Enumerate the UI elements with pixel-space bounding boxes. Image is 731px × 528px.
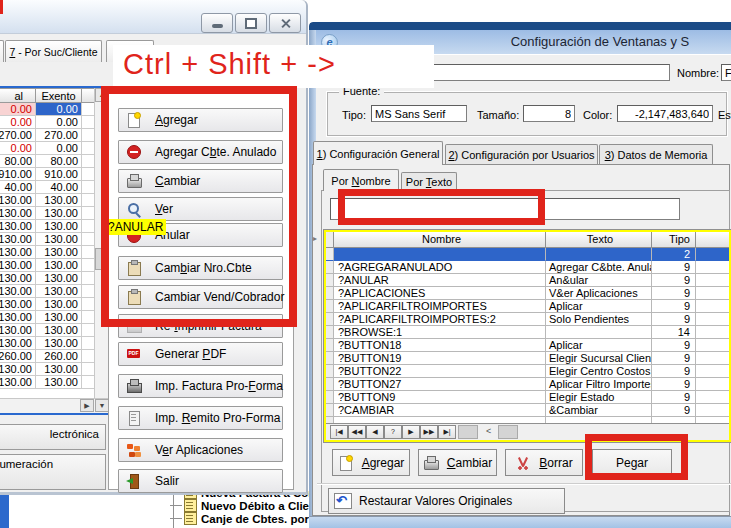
- tab-3[interactable]: 3) Datos de Memoria: [599, 144, 713, 164]
- texto-cell: Elegir Centro Costos: [546, 365, 652, 378]
- controls-grid-row[interactable]: 2: [326, 248, 729, 261]
- controls-grid-header: Nombre Texto Tipo: [326, 232, 729, 248]
- menu-item-label: Imp. Factura Pro-Forma: [155, 379, 283, 393]
- navigator-scroll-thumb[interactable]: [458, 425, 478, 439]
- total-cell: 40.00: [0, 181, 36, 194]
- controls-grid-row[interactable]: ?BUTTON9Elegir Estado9: [326, 391, 729, 404]
- extra-cell: [696, 339, 731, 352]
- exento-cell: 130.00: [36, 311, 82, 324]
- left-tab-1[interactable]: 7 - Por Suc/Cliente: [5, 40, 102, 62]
- row-gutter: [326, 261, 334, 274]
- exento-cell: 0.00: [36, 116, 82, 129]
- row-gutter: [326, 300, 334, 313]
- minimize-button[interactable]: [201, 13, 233, 33]
- estilo-label: Estil: [718, 109, 731, 121]
- navigator-button-1[interactable]: |◀: [330, 425, 348, 439]
- row-gutter: [326, 404, 334, 417]
- column-header-exento[interactable]: Exento: [36, 88, 82, 103]
- controls-grid-row[interactable]: ?BROWSE:114: [326, 326, 729, 339]
- printer-icon: [423, 455, 439, 471]
- close-button[interactable]: [269, 13, 301, 33]
- navigator-scroll-block[interactable]: [498, 425, 518, 439]
- subtab-label: Por Texto: [406, 176, 452, 188]
- color-input[interactable]: [617, 105, 713, 122]
- total-cell: 130.00: [0, 285, 36, 298]
- horizontal-scrollbar[interactable]: ▶ ▼: [0, 398, 110, 413]
- total-cell: 130.00: [0, 324, 36, 337]
- nombre-cell: ?BUTTON18: [334, 339, 546, 352]
- exento-cell: 130.00: [36, 246, 82, 259]
- cambiar-button[interactable]: Cambiar: [418, 449, 497, 476]
- controls-grid-row[interactable]: ?APLICARFILTROIMPORTESAplicar9: [326, 300, 729, 313]
- menu-item-imp-factura-pro-forma[interactable]: Imp. Factura Pro-Forma: [118, 374, 283, 398]
- left-bottom-button-1[interactable]: lectrónica: [0, 424, 106, 450]
- row-gutter: [326, 287, 334, 300]
- total-cell: 130.00: [0, 259, 36, 272]
- navigator-button-3[interactable]: ◀: [366, 425, 384, 439]
- red-annotation-box-menu: [101, 86, 297, 327]
- controls-grid-row[interactable]: ?BUTTON18Aplicar9: [326, 339, 729, 352]
- controls-grid-row[interactable]: ?APLICACIONESV&er Aplicaciones9: [326, 287, 729, 300]
- navigator-button-5[interactable]: ▶: [402, 425, 420, 439]
- navigator-button-2[interactable]: ◀◀: [348, 425, 366, 439]
- exit-icon: [126, 473, 142, 489]
- tree-branch-line: [170, 505, 182, 506]
- column-header-nombre[interactable]: Nombre: [334, 232, 546, 248]
- controls-grid-rows: 2?AGREGARANULADOAgregar C&bte. Anula9?AN…: [326, 248, 729, 430]
- extra-cell: [696, 274, 731, 287]
- total-cell: 0.00: [0, 103, 36, 116]
- scroll-right-button[interactable]: ▶: [80, 399, 94, 412]
- subtab-1[interactable]: Por Nombre: [323, 169, 399, 191]
- nombre-input[interactable]: [721, 64, 731, 81]
- total-cell: 130.00: [0, 246, 36, 259]
- texto-cell: V&er Aplicaciones: [546, 287, 652, 300]
- fuente-groupbox: Fuente: Tipo: Tamaño: Color: Estil: [326, 91, 728, 137]
- controls-grid-row[interactable]: ?BUTTON19Elegir Sucursal Client9: [326, 352, 729, 365]
- maximize-button[interactable]: [235, 13, 267, 33]
- borrar-button[interactable]: Borrar: [505, 449, 583, 476]
- navigator-button-4[interactable]: ?: [384, 425, 402, 439]
- tab-stub[interactable]: [0, 40, 4, 62]
- menu-item-ver-aplicaciones[interactable]: Ver Aplicaciones: [118, 438, 283, 462]
- scroll-down-button[interactable]: ▼: [95, 399, 109, 412]
- controls-grid-row[interactable]: ?ANULARAn&ular9: [326, 274, 729, 287]
- nombre-cell: ?ANULAR: [334, 274, 546, 287]
- controls-grid-row[interactable]: ?BUTTON27Aplicar Filtro Importes9: [326, 378, 729, 391]
- nombre-cell: [334, 248, 546, 261]
- exento-cell: 130.00: [36, 207, 82, 220]
- tipo-cell: 9: [652, 352, 696, 365]
- tipo-label: Tipo:: [342, 109, 366, 121]
- left-bottom-button-2[interactable]: numeracións: [0, 454, 106, 490]
- menu-item-generar-pdf[interactable]: Generar PDF: [118, 342, 283, 366]
- exento-cell: 910.00: [36, 168, 82, 181]
- nombre-cell: ?BROWSE:1: [334, 326, 546, 339]
- controls-grid-row[interactable]: ?BUTTON22Elegir Centro Costos9: [326, 365, 729, 378]
- agregar-button[interactable]: Agregar: [332, 449, 410, 476]
- menu-item-imp-remito-pro-forma[interactable]: Imp. Remito Pro-Forma: [118, 406, 283, 430]
- separator-line: [317, 483, 731, 485]
- exento-cell: 270.00: [36, 129, 82, 142]
- column-header-total[interactable]: al: [0, 88, 36, 103]
- tamano-input[interactable]: [523, 105, 575, 122]
- tab-1[interactable]: 1) Configuración General: [313, 141, 443, 165]
- subtab-label: Por Nombre: [331, 175, 390, 187]
- menu-item-salir[interactable]: Salir: [118, 469, 283, 493]
- navigator-button-7[interactable]: ▶|: [438, 425, 456, 439]
- tab-2[interactable]: 2) Configuración por Usuarios: [445, 144, 598, 164]
- controls-grid: Nombre Texto Tipo 2?AGREGARANULADOAgrega…: [324, 230, 731, 442]
- controls-grid-row[interactable]: ?APLICARFILTROIMPORTES:2Solo Pendientes9: [326, 313, 729, 326]
- restore-defaults-button[interactable]: Restaurar Valores Originales: [328, 488, 565, 514]
- button-label: Cambiar: [447, 456, 492, 470]
- column-header-tipo[interactable]: Tipo: [652, 232, 696, 248]
- shortcut-annotation-label: Ctrl + Shift + ->: [113, 45, 434, 88]
- controls-grid-row[interactable]: ?CAMBIAR&Cambiar9: [326, 404, 729, 417]
- texto-cell: Elegir Sucursal Client: [546, 352, 652, 365]
- tipo-input[interactable]: [371, 105, 467, 122]
- tipo-cell: 9: [652, 339, 696, 352]
- controls-grid-row[interactable]: ?AGREGARANULADOAgregar C&bte. Anula9: [326, 261, 729, 274]
- column-header-texto[interactable]: Texto: [546, 232, 652, 248]
- texto-cell: Elegir Estado: [546, 391, 652, 404]
- exento-cell: 130.00: [36, 272, 82, 285]
- navigator-scroll-left-icon[interactable]: <: [486, 426, 491, 436]
- navigator-button-6[interactable]: ▶▶: [420, 425, 438, 439]
